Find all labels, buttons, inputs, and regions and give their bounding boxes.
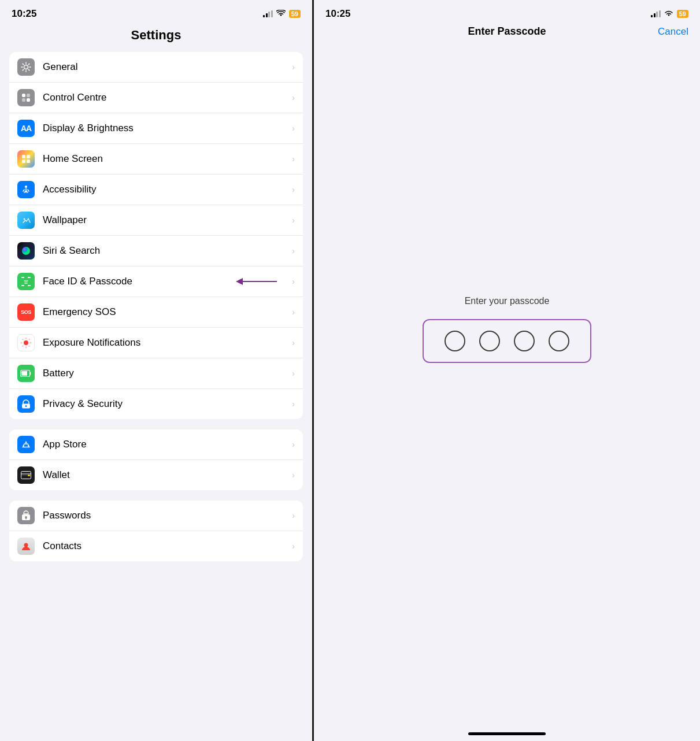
app-store-label: App Store	[43, 439, 287, 450]
general-chevron: ›	[292, 62, 295, 72]
right-battery-badge: 59	[677, 10, 688, 18]
svg-point-11	[22, 247, 30, 255]
svg-rect-35	[28, 475, 30, 476]
display-brightness-label: Display & Brightness	[43, 123, 287, 134]
svg-point-9	[25, 186, 27, 188]
svg-rect-12	[21, 277, 24, 278]
svg-rect-38	[25, 518, 27, 520]
exposure-label: Exposure Notifications	[43, 337, 287, 349]
passwords-chevron: ›	[292, 511, 295, 520]
control-centre-chevron: ›	[292, 93, 295, 102]
sidebar-item-display-brightness[interactable]: AA Display & Brightness ›	[9, 113, 303, 144]
sidebar-item-emergency-sos[interactable]: SOS Emergency SOS ›	[9, 297, 303, 328]
control-centre-label: Control Centre	[43, 92, 287, 103]
accessibility-icon	[17, 181, 35, 198]
battery-settings-icon	[17, 365, 35, 382]
svg-rect-3	[22, 98, 25, 102]
general-label: General	[43, 61, 287, 73]
left-status-time: 10:25	[12, 8, 36, 20]
passcode-circle-4	[549, 331, 569, 351]
wallet-label: Wallet	[43, 469, 287, 481]
wallpaper-icon	[17, 212, 35, 229]
left-panel: 10:25 59 Settings	[0, 0, 312, 741]
svg-point-23	[30, 342, 32, 344]
sidebar-item-home-screen[interactable]: Home Screen ›	[9, 144, 303, 175]
svg-point-18	[24, 340, 28, 345]
sidebar-item-accessibility[interactable]: Accessibility ›	[9, 175, 303, 205]
control-centre-icon	[17, 89, 35, 106]
face-id-icon	[17, 273, 35, 290]
siri-search-chevron: ›	[292, 246, 295, 255]
svg-point-17	[27, 280, 28, 281]
display-brightness-chevron: ›	[292, 124, 295, 133]
privacy-chevron: ›	[292, 399, 295, 409]
privacy-label: Privacy & Security	[43, 398, 287, 410]
cancel-button[interactable]: Cancel	[658, 26, 688, 38]
display-brightness-icon: AA	[17, 120, 35, 137]
sidebar-item-general[interactable]: General ›	[9, 52, 303, 83]
svg-point-39	[24, 543, 28, 547]
svg-rect-14	[21, 285, 24, 286]
sidebar-item-wallpaper[interactable]: Wallpaper ›	[9, 205, 303, 236]
sidebar-item-control-centre[interactable]: Control Centre ›	[9, 83, 303, 113]
left-page-title: Settings	[12, 25, 301, 47]
battery-chevron: ›	[292, 369, 295, 378]
left-status-bar: 10:25 59	[0, 0, 312, 23]
right-page-title: Enter Passcode	[468, 25, 546, 38]
right-nav-bar: Enter Passcode Cancel	[314, 23, 700, 42]
svg-rect-13	[28, 277, 31, 278]
right-status-time: 10:25	[325, 8, 350, 20]
sidebar-item-passwords[interactable]: Passwords ›	[9, 501, 303, 531]
sidebar-item-privacy[interactable]: Privacy & Security ›	[9, 389, 303, 419]
accessibility-label: Accessibility	[43, 184, 287, 195]
passcode-input[interactable]	[423, 319, 591, 363]
sidebar-item-app-store[interactable]: App Store ›	[9, 429, 303, 460]
svg-point-10	[24, 218, 25, 220]
right-status-bar: 10:25 59	[314, 0, 700, 23]
svg-point-31	[25, 405, 27, 407]
svg-rect-15	[28, 285, 31, 286]
wallet-icon	[17, 466, 35, 484]
home-screen-chevron: ›	[292, 154, 295, 164]
general-icon	[17, 58, 35, 76]
wallet-chevron: ›	[292, 470, 295, 480]
passcode-circle-2	[479, 331, 500, 351]
home-screen-icon	[17, 150, 35, 168]
face-id-chevron: ›	[292, 277, 295, 286]
svg-rect-29	[21, 371, 27, 376]
contacts-label: Contacts	[43, 540, 287, 552]
passwords-label: Passwords	[43, 510, 287, 521]
settings-group-1: General › Control Centre ›	[9, 52, 303, 419]
privacy-icon	[17, 395, 35, 413]
svg-rect-1	[22, 94, 25, 97]
right-wifi-icon	[664, 10, 673, 18]
home-screen-label: Home Screen	[43, 153, 287, 165]
contacts-icon	[17, 538, 35, 555]
passcode-circle-1	[445, 331, 465, 351]
emergency-sos-chevron: ›	[292, 307, 295, 317]
svg-rect-34	[21, 473, 31, 475]
svg-rect-5	[22, 155, 25, 158]
sidebar-item-contacts[interactable]: Contacts ›	[9, 531, 303, 561]
wifi-icon	[276, 10, 286, 18]
battery-icon: 59	[289, 10, 301, 18]
sidebar-item-exposure[interactable]: Exposure Notifications ›	[9, 328, 303, 358]
emergency-sos-icon: SOS	[17, 303, 35, 321]
left-status-icons: 59	[263, 10, 301, 18]
wallpaper-chevron: ›	[292, 216, 295, 225]
sidebar-item-siri-search[interactable]: Siri & Search ›	[9, 236, 303, 266]
svg-point-22	[21, 342, 23, 344]
emergency-sos-label: Emergency SOS	[43, 306, 287, 318]
exposure-chevron: ›	[292, 338, 295, 347]
passwords-icon	[17, 507, 35, 524]
right-panel: 10:25 59 Enter Passcode Cancel Enter	[314, 0, 700, 741]
settings-list: General › Control Centre ›	[0, 52, 312, 741]
svg-rect-2	[27, 94, 30, 97]
app-store-icon	[17, 436, 35, 453]
siri-icon	[17, 242, 35, 260]
sidebar-item-face-id[interactable]: Face ID & Passcode ›	[9, 266, 303, 297]
sidebar-item-wallet[interactable]: Wallet ›	[9, 460, 303, 490]
sidebar-item-battery[interactable]: Battery ›	[9, 358, 303, 389]
contacts-chevron: ›	[292, 542, 295, 551]
passcode-content: Enter your passcode	[314, 42, 700, 732]
